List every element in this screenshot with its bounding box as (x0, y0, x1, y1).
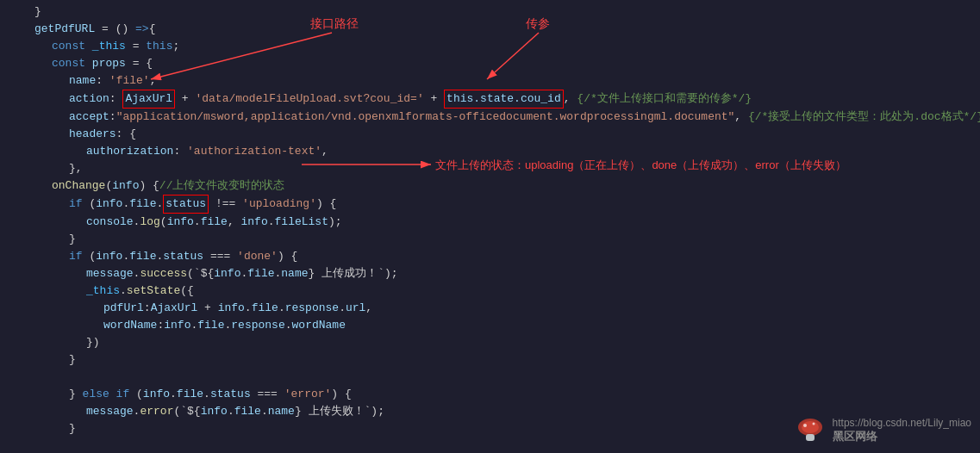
svg-point-7 (803, 424, 807, 427)
ajax-url-box: AjaxUrl (122, 90, 175, 109)
code-line: headers : { (0, 126, 980, 143)
watermark-url: https://blog.csdn.net/Lily_miao (833, 417, 971, 429)
svg-point-5 (802, 421, 819, 433)
code-line: onChange ( info ) { //上传文件改变时的状态 (0, 177, 980, 195)
code-line: console . log ( info . file , info . fil… (0, 214, 980, 231)
this-state-box: this.state.cou_id (444, 90, 564, 109)
code-line: } (0, 231, 980, 248)
code-line: if ( info . file . status !== 'uploading… (0, 195, 980, 214)
code-line: } else if ( info . file . status === 'er… (0, 386, 980, 403)
code-line: }) (0, 334, 980, 351)
code-line: accept : "application/msword,application… (0, 109, 980, 126)
code-line: pdfUrl : AjaxUrl + info . file . respons… (0, 300, 980, 317)
watermark-info: https://blog.csdn.net/Lily_miao 黑区网络 (833, 417, 971, 444)
code-line: authorization : 'authorization-text' , (0, 143, 980, 160)
code-line: message . success (`${ info . file . nam… (0, 265, 980, 282)
watermark-site: 黑区网络 (833, 429, 971, 444)
code-line: name : 'file' , (0, 72, 980, 90)
code-line: const _this = this ; (0, 38, 980, 55)
code-line: _this . setState ({ (0, 282, 980, 300)
code-line: getPdfURL = () => { (0, 21, 980, 38)
code-line: } (0, 351, 980, 369)
svg-rect-6 (806, 434, 815, 441)
mushroom-icon (795, 415, 826, 446)
code-line (0, 369, 980, 386)
status-box: status (163, 195, 209, 214)
code-line: wordName : info . file . response . word… (0, 317, 980, 334)
code-line: } (0, 3, 980, 21)
code-line: if ( info . file . status === 'done' ) { (0, 248, 980, 265)
svg-point-8 (812, 423, 815, 425)
watermark: https://blog.csdn.net/Lily_miao 黑区网络 (795, 415, 971, 446)
code-line: const props = { (0, 55, 980, 72)
code-line: }, (0, 160, 980, 177)
code-editor: 接口路径 传参 文件上传的状态：uploading（正在上传）、done（上传成… (0, 0, 980, 453)
code-line: action : AjaxUrl + 'data/modelFileUpload… (0, 90, 980, 109)
